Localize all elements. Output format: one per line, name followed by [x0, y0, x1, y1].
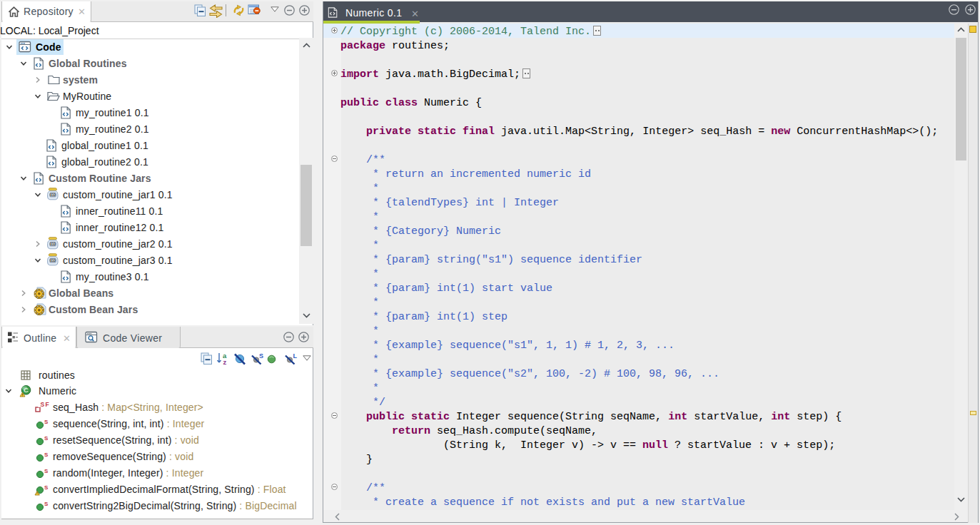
svg-text:S: S — [44, 484, 49, 491]
svg-text:S: S — [44, 435, 49, 442]
svg-text:010: 010 — [50, 259, 56, 262]
svg-text:S: S — [44, 452, 49, 458]
svg-text:S: S — [41, 402, 45, 408]
svg-text:z: z — [223, 358, 227, 366]
svg-text:010: 010 — [50, 243, 56, 246]
svg-text:C: C — [24, 386, 29, 394]
svg-text:L: L — [293, 352, 298, 360]
svg-text:010: 010 — [50, 193, 56, 197]
svg-text:F: F — [46, 402, 49, 408]
svg-text:S: S — [259, 352, 263, 360]
svg-text:S: S — [44, 419, 49, 425]
svg-text:S: S — [44, 468, 49, 474]
svg-text:S: S — [44, 501, 49, 507]
